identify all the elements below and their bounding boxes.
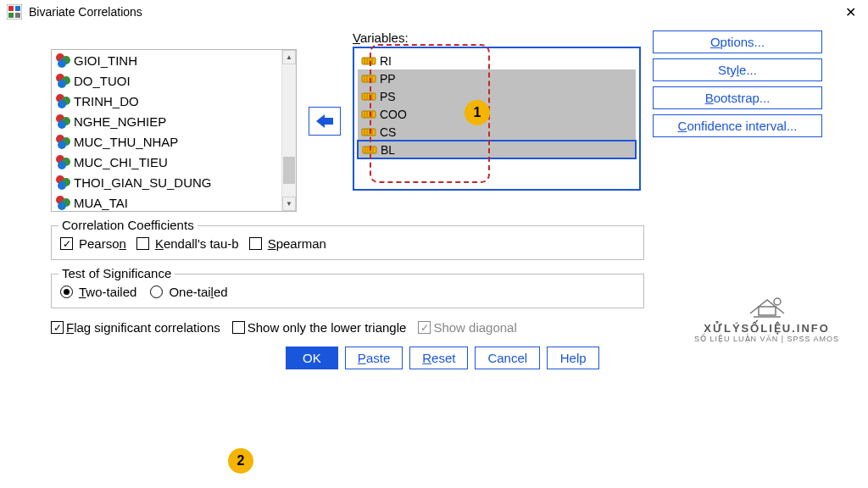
two-tailed-radio[interactable]	[60, 286, 73, 298]
list-item[interactable]: PP	[358, 69, 636, 87]
svg-rect-6	[759, 307, 776, 315]
svg-rect-3	[8, 13, 14, 18]
window-title: Bivariate Correlations	[29, 5, 840, 19]
list-item[interactable]: THOI_GIAN_SU_DUNG	[52, 172, 281, 192]
list-item[interactable]: DO_TUOI	[52, 70, 281, 91]
app-icon	[7, 4, 22, 19]
list-item-label: THOI_GIAN_SU_DUNG	[74, 175, 212, 190]
scroll-up-icon[interactable]: ▲	[282, 50, 296, 64]
list-item-label: CS	[380, 125, 396, 139]
list-item[interactable]: RI	[358, 52, 636, 69]
dialog-button-row: OK Paste Reset Cancel Help	[51, 347, 834, 369]
pearson-checkbox[interactable]: ✓	[60, 237, 73, 250]
lower-triangle-label: Show only the lower triangle	[248, 320, 407, 335]
list-item[interactable]: MUC_THU_NHAP	[52, 131, 281, 152]
svg-rect-2	[15, 6, 20, 11]
list-item-label: MUC_THU_NHAP	[74, 135, 178, 149]
list-item-label: TRINH_DO	[74, 94, 139, 108]
svg-point-7	[774, 298, 781, 305]
scale-icon	[361, 125, 376, 140]
nominal-icon	[55, 53, 70, 68]
scroll-down-icon[interactable]: ▼	[282, 197, 296, 211]
nominal-icon	[55, 73, 70, 88]
annotation-badge-1: 1	[465, 100, 490, 125]
list-item-label: GIOI_TINH	[74, 53, 137, 68]
source-variable-list[interactable]: GIOI_TINHDO_TUOITRINH_DONGHE_NGHIEPMUC_T…	[51, 49, 297, 212]
flag-significant-label: Flag significant correlations	[66, 320, 220, 335]
scrollbar[interactable]: ▲ ▼	[281, 50, 296, 211]
help-button[interactable]: Help	[547, 347, 599, 369]
lower-triangle-checkbox[interactable]	[232, 321, 245, 334]
list-item-label: DO_TUOI	[74, 74, 131, 88]
titlebar: Bivariate Correlations ✕	[0, 0, 868, 24]
target-variable-list[interactable]: RIPPPSCOOCSBL	[353, 47, 641, 191]
two-tailed-label: Two-tailed	[79, 285, 136, 299]
list-item[interactable]: MUA_TAI	[52, 192, 281, 211]
list-item[interactable]: PS	[358, 87, 636, 105]
scroll-track[interactable]	[282, 64, 296, 197]
list-item-label: PP	[380, 72, 396, 86]
scale-icon	[362, 142, 377, 158]
list-item-label: RI	[380, 54, 392, 68]
spearman-checkbox[interactable]	[249, 237, 262, 250]
nominal-icon	[55, 195, 70, 210]
reset-button[interactable]: Reset	[409, 347, 468, 369]
paste-button[interactable]: Paste	[345, 347, 403, 369]
one-tailed-label: One-tailed	[169, 285, 227, 299]
cancel-button[interactable]: Cancel	[475, 347, 540, 369]
bootstrap-button[interactable]: Bootstrap...	[653, 86, 822, 109]
nominal-icon	[55, 154, 70, 169]
style-button[interactable]: Style...	[653, 58, 822, 81]
list-item[interactable]: GIOI_TINH	[52, 50, 281, 70]
nominal-icon	[55, 134, 70, 149]
list-item[interactable]: BL	[358, 141, 636, 158]
close-icon[interactable]: ✕	[840, 4, 861, 20]
kendall-checkbox[interactable]	[136, 237, 149, 250]
watermark: XỬLÝSỐLIỆU.INFO SỐ LIỆU LUẬN VĂN | SPSS …	[694, 295, 839, 343]
show-diagonal-checkbox: ✓	[418, 321, 431, 334]
ok-button[interactable]: OK	[286, 347, 338, 369]
list-item-label: NGHE_NGHIEP	[74, 114, 166, 129]
list-item-label: MUA_TAI	[74, 196, 128, 210]
nominal-icon	[55, 93, 70, 108]
kendall-label: Kendall's tau-b	[155, 236, 239, 251]
variables-label: Variables:	[353, 30, 641, 45]
options-button[interactable]: Options...	[653, 30, 822, 53]
list-item[interactable]: CS	[358, 123, 636, 141]
list-item-label: MUC_CHI_TIEU	[74, 155, 168, 169]
show-diagonal-label: Show diagonal	[433, 320, 516, 335]
test-of-significance-group: Test of Significance Two-tailed One-tail…	[51, 274, 644, 308]
annotation-badge-2: 2	[228, 448, 253, 474]
svg-rect-1	[8, 6, 14, 11]
group-legend: Correlation Coefficients	[58, 218, 198, 232]
nominal-icon	[55, 175, 70, 190]
list-item-label: PS	[380, 90, 396, 103]
list-item[interactable]: COO	[358, 105, 636, 123]
pearson-label: Pearson	[79, 236, 126, 251]
svg-marker-5	[316, 114, 333, 128]
flag-significant-checkbox[interactable]: ✓	[51, 321, 64, 334]
arrow-left-icon	[316, 114, 333, 128]
svg-rect-4	[15, 13, 20, 18]
scale-icon	[361, 71, 376, 86]
spearman-label: Spearman	[268, 236, 326, 251]
list-item[interactable]: MUC_CHI_TIEU	[52, 152, 281, 172]
confidence-interval-button[interactable]: Confidence interval...	[653, 114, 822, 137]
scale-icon	[361, 53, 376, 69]
list-item[interactable]: NGHE_NGHIEP	[52, 111, 281, 131]
correlation-coefficients-group: Correlation Coefficients ✓ Pearson Kenda…	[51, 225, 644, 260]
watermark-icon	[747, 295, 787, 320]
scroll-thumb[interactable]	[283, 157, 295, 184]
move-left-button[interactable]	[309, 107, 341, 136]
one-tailed-radio[interactable]	[150, 286, 163, 298]
scale-icon	[361, 89, 376, 104]
nominal-icon	[55, 114, 70, 129]
list-item-label: COO	[380, 108, 407, 121]
list-item[interactable]: TRINH_DO	[52, 91, 281, 111]
group-legend: Test of Significance	[58, 266, 175, 280]
scale-icon	[361, 107, 376, 122]
list-item-label: BL	[381, 143, 395, 157]
